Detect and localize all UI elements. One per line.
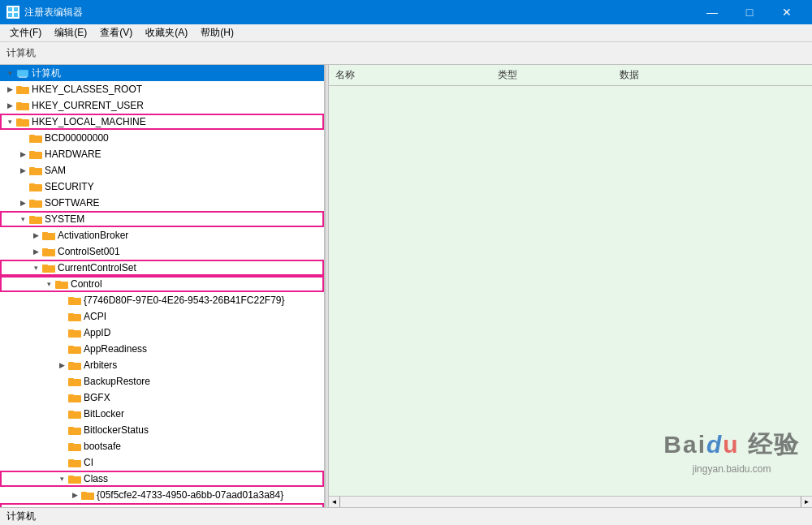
menu-item-帮助(H)[interactable]: 帮助(H) [194,24,240,41]
col-header-type: 类型 [498,68,620,82]
menu-item-收藏夹(A)[interactable]: 收藏夹(A) [139,24,194,41]
expand-hkcr[interactable]: ▶ [3,83,16,96]
svg-rect-23 [29,216,35,218]
expand-arbiters[interactable]: ▶ [55,359,68,372]
tree-row-hkcr[interactable]: ▶ HKEY_CLASSES_ROOT [0,81,324,97]
expand-hkcu[interactable]: ▶ [3,99,16,112]
svg-rect-57 [81,492,87,494]
bootsafe-icon [68,441,81,452]
svg-rect-27 [42,248,48,251]
title-bar-left: 注册表编辑器 [6,6,83,19]
placeholder-backuprestore [55,375,68,388]
expand-class[interactable]: ▾ [55,472,68,485]
expand-hardware[interactable]: ▶ [16,148,29,161]
tree-panel[interactable]: ▾ 计算机 ▶ HKEY_CLASSES_ROOT [0,65,325,507]
right-hscroll[interactable]: ◄ ► [329,496,812,507]
status-text: 计算机 [6,510,36,523]
expand-software[interactable]: ▶ [16,196,29,209]
tree-label-hkcr: HKEY_CLASSES_ROOT [32,84,142,95]
tree-row-class[interactable]: ▾ Class [0,471,324,487]
close-button[interactable]: ✕ [768,0,806,24]
classguid1-icon [81,489,94,501]
tree-row-hklm[interactable]: ▾ HKEY_LOCAL_MACHINE [0,114,324,130]
placeholder-appreadiness [55,342,68,355]
svg-rect-5 [19,76,27,78]
tree-row-arbiters[interactable]: ▶ Arbiters [0,357,324,373]
menu-item-文件(F)[interactable]: 文件(F) [3,24,48,41]
svg-rect-31 [55,281,61,283]
tree-row-bitlockerstatus[interactable]: BitlockerStatus [0,422,324,438]
tree-row-bgfx[interactable]: BGFX [0,389,324,406]
bitlockerstatus-icon [68,424,81,436]
tree-row-bootsafe[interactable]: bootsafe [0,438,324,454]
expand-control[interactable]: ▾ [42,278,55,290]
svg-rect-45 [68,394,74,397]
tree-row-sam[interactable]: ▶ SAM [0,162,324,179]
title-bar-controls: — □ ✕ [693,0,806,24]
tree-row-appid[interactable]: AppID [0,325,324,341]
right-panel-header: 名称 类型 数据 [329,65,812,86]
expand-sam[interactable]: ▶ [16,164,29,177]
minimize-button[interactable]: — [693,0,731,24]
tree-label-hklm: HKEY_LOCAL_MACHINE [32,116,146,127]
tree-row-bitlocker[interactable]: BitLocker [0,406,324,422]
svg-rect-37 [68,329,74,332]
tree-row-control[interactable]: ▾ Control [0,276,324,292]
right-scroll-right-btn[interactable]: ► [801,497,812,507]
menu-bar: 文件(F)编辑(E)查看(V)收藏夹(A)帮助(H) [0,24,812,42]
svg-rect-49 [68,427,74,429]
tree-row-classguid1[interactable]: ▶ {05f5cfe2-4733-4950-a6bb-07aad01a3a84} [0,487,324,503]
expand-system[interactable]: ▾ [16,213,29,226]
menu-item-查看(V)[interactable]: 查看(V) [93,24,139,41]
tree-row-activationbroker[interactable]: ▶ ActivationBroker [0,227,324,243]
tree-row-hkcu[interactable]: ▶ HKEY_CURRENT_USER [0,97,324,114]
classguid2-icon [81,506,94,507]
expand-activationbroker[interactable]: ▶ [29,229,42,242]
bitlocker-icon [68,408,81,420]
tree-row-currentcontrolset[interactable]: ▾ CurrentControlSet [0,260,324,276]
expand-currentcontrolset[interactable]: ▾ [29,261,42,274]
expand-computer[interactable]: ▾ [3,67,16,80]
placeholder-acpi [55,310,68,323]
tree-row-guid1[interactable]: {7746D80F-97E0-4E26-9543-26B41FC22F79} [0,292,324,308]
tree-row-software[interactable]: ▶ SOFTWARE [0,195,324,211]
svg-rect-21 [29,200,35,202]
tree-row-appreadiness[interactable]: AppReadiness [0,341,324,357]
svg-rect-11 [16,118,22,121]
expand-classguid2[interactable]: ▶ [68,505,81,507]
expand-hklm[interactable]: ▾ [3,115,16,128]
tree-row-system[interactable]: ▾ SYSTEM [0,211,324,227]
tree-row-controlset001[interactable]: ▶ ControlSet001 [0,243,324,260]
tree-row-backuprestore[interactable]: BackupRestore [0,373,324,389]
expand-controlset001[interactable]: ▶ [29,245,42,258]
expand-classguid1[interactable]: ▶ [68,488,81,501]
activationbroker-icon [42,230,55,241]
svg-rect-47 [68,411,74,413]
placeholder-bootsafe [55,440,68,453]
tree-row-security[interactable]: SECURITY [0,179,324,195]
tree-label-sam: SAM [45,165,66,176]
tree-label-bcd: BCD00000000 [45,132,109,144]
address-label: 计算机 [6,46,36,60]
tree-row-hardware[interactable]: ▶ HARDWARE [0,146,324,162]
svg-rect-3 [14,13,18,17]
security-icon [29,181,42,192]
menu-item-编辑(E)[interactable]: 编辑(E) [48,24,93,41]
svg-rect-25 [42,232,48,235]
tree-row-computer[interactable]: ▾ 计算机 [0,65,324,81]
svg-rect-1 [14,7,18,11]
right-scroll-left-btn[interactable]: ◄ [329,497,340,507]
tree-label-bitlockerstatus: BitlockerStatus [84,424,149,436]
svg-rect-39 [68,346,74,348]
address-bar: 计算机 [0,42,812,65]
tree-label-ci: CI [84,457,93,468]
tree-row-ci[interactable]: CI [0,454,324,471]
maximize-button[interactable]: □ [731,0,768,24]
tree-row-classguid2[interactable]: ▶ {1264760F-A5C8-4BFE-B314-D56A7B44A362} [0,503,324,507]
control-icon [55,278,68,290]
tree-row-acpi[interactable]: ACPI [0,308,324,325]
right-scroll-track [340,497,801,507]
tree-node-hklm: ▾ HKEY_LOCAL_MACHINE [0,114,324,130]
svg-rect-33 [68,297,74,299]
tree-row-bcd[interactable]: BCD00000000 [0,130,324,146]
